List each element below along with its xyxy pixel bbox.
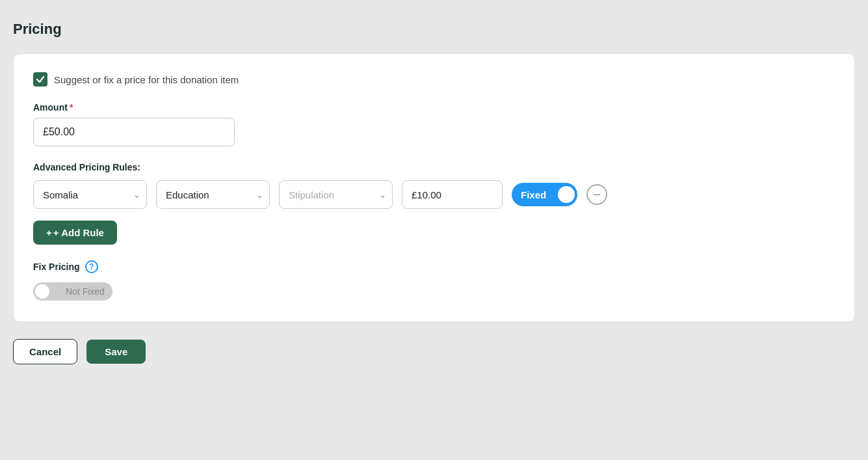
not-fixed-toggle-switch[interactable] [33, 282, 62, 301]
rules-row: Somalia ⌄ Education ⌄ Stipulation ⌄ [33, 180, 835, 209]
cancel-button[interactable]: Cancel [13, 339, 77, 364]
required-star: * [70, 102, 73, 113]
amount-label: Amount* [33, 102, 835, 113]
not-fixed-toggle-circle [35, 284, 49, 299]
fixed-toggle-wrapper[interactable]: Fixed [512, 183, 577, 206]
page-wrapper: Pricing Suggest or fix a price for this … [13, 13, 855, 367]
suggest-price-label: Suggest or fix a price for this donation… [54, 74, 239, 85]
plus-icon: + [46, 227, 52, 238]
pricing-card: Suggest or fix a price for this donation… [13, 53, 855, 322]
save-button[interactable]: Save [86, 340, 146, 364]
not-fixed-toggle-wrapper[interactable]: Not Fixed [33, 282, 835, 301]
checkmark-icon [36, 75, 45, 84]
rule-amount-input[interactable] [402, 180, 503, 209]
fix-pricing-help-icon[interactable]: ? [85, 260, 98, 273]
amount-input[interactable] [33, 118, 235, 146]
fixed-toggle-label: Fixed [512, 183, 554, 206]
page-title: Pricing [13, 13, 855, 43]
country-select-wrapper: Somalia ⌄ [33, 180, 147, 209]
remove-rule-button[interactable]: − [586, 184, 607, 205]
fixed-toggle-circle [558, 186, 575, 203]
advanced-rules-label: Advanced Pricing Rules: [33, 162, 835, 172]
country-select[interactable]: Somalia [33, 180, 147, 209]
fixed-toggle-switch[interactable] [554, 183, 577, 206]
suggest-price-row: Suggest or fix a price for this donation… [33, 72, 835, 87]
fix-pricing-row: Fix Pricing ? [33, 260, 835, 273]
stipulation-select-wrapper: Stipulation ⌄ [279, 180, 393, 209]
stipulation-select[interactable]: Stipulation [279, 180, 393, 209]
category-select[interactable]: Education [156, 180, 270, 209]
suggest-price-checkbox[interactable] [33, 72, 47, 87]
minus-icon: − [593, 188, 601, 201]
footer-bar: Cancel Save [13, 332, 855, 367]
category-select-wrapper: Education ⌄ [156, 180, 270, 209]
add-rule-button[interactable]: + + Add Rule [33, 221, 117, 245]
not-fixed-toggle-label: Not Fixed [62, 282, 112, 301]
fix-pricing-label: Fix Pricing [33, 262, 80, 272]
